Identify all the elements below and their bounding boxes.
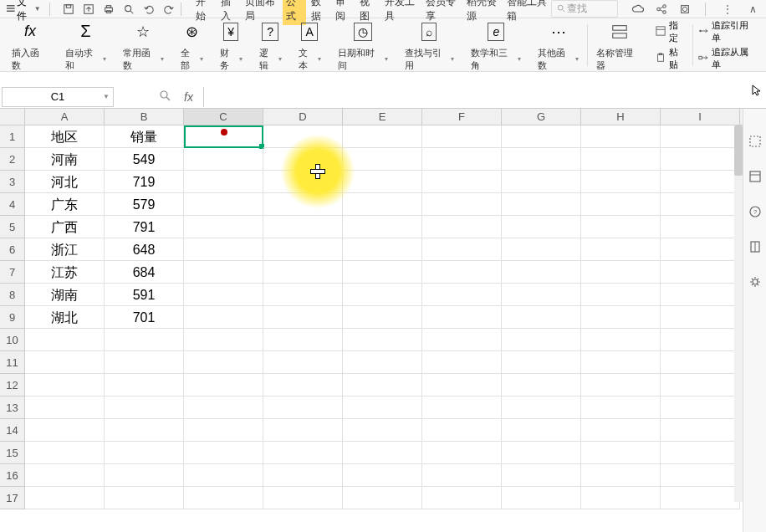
cell[interactable] xyxy=(661,419,740,442)
cell[interactable] xyxy=(422,171,502,193)
cell[interactable] xyxy=(105,396,184,419)
cell[interactable] xyxy=(581,442,661,464)
cell[interactable] xyxy=(422,125,502,148)
paste-button[interactable]: 粘贴 xyxy=(656,46,687,71)
vertical-scrollbar[interactable] xyxy=(734,125,743,502)
common-functions-button[interactable]: ☆ 常用函数▾ xyxy=(115,17,172,74)
cell[interactable] xyxy=(343,171,422,193)
cell[interactable] xyxy=(184,306,263,329)
cell[interactable] xyxy=(184,419,263,442)
cell[interactable] xyxy=(581,148,661,171)
cell[interactable] xyxy=(661,351,740,374)
row-header[interactable]: 15 xyxy=(0,442,25,464)
cell[interactable] xyxy=(661,284,740,306)
cell[interactable] xyxy=(184,464,263,487)
row-header[interactable]: 13 xyxy=(0,396,25,419)
cell[interactable] xyxy=(502,306,581,329)
panel-style-icon[interactable] xyxy=(748,169,763,184)
cell[interactable] xyxy=(661,216,740,238)
cell[interactable] xyxy=(263,238,343,261)
row-header[interactable]: 12 xyxy=(0,374,25,396)
row-header[interactable]: 14 xyxy=(0,419,25,442)
col-header-A[interactable]: A xyxy=(25,109,105,125)
row-header[interactable]: 2 xyxy=(0,148,25,171)
row-header[interactable]: 9 xyxy=(0,306,25,329)
redo-icon[interactable] xyxy=(162,3,176,16)
cell[interactable] xyxy=(184,351,263,374)
cell[interactable] xyxy=(581,487,661,509)
preview-icon[interactable] xyxy=(122,3,135,16)
math-button[interactable]: e 数学和三角▾ xyxy=(462,17,529,74)
cell[interactable]: 河北 xyxy=(25,171,105,193)
cell[interactable] xyxy=(581,329,661,351)
cell[interactable]: 湖北 xyxy=(25,306,105,329)
cell[interactable]: 广西 xyxy=(25,216,105,238)
cell[interactable]: 销量 xyxy=(105,125,184,148)
cell[interactable] xyxy=(422,284,502,306)
insert-function-button[interactable]: fx 插入函数 xyxy=(3,17,57,74)
panel-help-icon[interactable]: ? xyxy=(748,204,763,219)
cell[interactable] xyxy=(105,487,184,509)
cell[interactable]: 719 xyxy=(105,171,184,193)
cell[interactable] xyxy=(661,374,740,396)
row-header[interactable]: 4 xyxy=(0,193,25,216)
cell[interactable] xyxy=(25,442,105,464)
assign-button[interactable]: 指定 xyxy=(656,19,687,44)
row-header[interactable]: 16 xyxy=(0,464,25,487)
cell[interactable] xyxy=(502,351,581,374)
lookup-button[interactable]: ⌕ 查找与引用▾ xyxy=(396,17,463,74)
cell[interactable] xyxy=(502,125,581,148)
cell[interactable] xyxy=(343,193,422,216)
cell[interactable] xyxy=(184,487,263,509)
cell[interactable] xyxy=(263,125,343,148)
name-manager-button[interactable]: 名称管理器 xyxy=(588,17,651,74)
cell[interactable] xyxy=(343,238,422,261)
cell[interactable]: 791 xyxy=(105,216,184,238)
cell[interactable] xyxy=(502,374,581,396)
row-header[interactable]: 3 xyxy=(0,171,25,193)
col-header-F[interactable]: F xyxy=(422,109,502,125)
row-header[interactable]: 6 xyxy=(0,238,25,261)
cell[interactable] xyxy=(343,306,422,329)
cell[interactable] xyxy=(661,125,740,148)
fx-button[interactable]: fx xyxy=(181,90,197,104)
cell[interactable] xyxy=(343,351,422,374)
cell[interactable] xyxy=(263,464,343,487)
share-icon[interactable] xyxy=(655,3,668,16)
cell[interactable] xyxy=(343,374,422,396)
cell[interactable] xyxy=(502,419,581,442)
col-header-I[interactable]: I xyxy=(661,109,740,125)
cell[interactable] xyxy=(502,193,581,216)
cell[interactable] xyxy=(502,284,581,306)
cell[interactable] xyxy=(184,261,263,284)
cell[interactable] xyxy=(422,442,502,464)
cell[interactable]: 地区 xyxy=(25,125,105,148)
cell[interactable] xyxy=(184,374,263,396)
cell[interactable] xyxy=(263,193,343,216)
cell[interactable] xyxy=(343,284,422,306)
col-header-G[interactable]: G xyxy=(502,109,581,125)
row-header[interactable]: 10 xyxy=(0,329,25,351)
panel-property-icon[interactable] xyxy=(748,239,763,254)
cell[interactable] xyxy=(422,148,502,171)
cell[interactable]: 549 xyxy=(105,148,184,171)
col-header-C[interactable]: C xyxy=(184,109,263,125)
cell[interactable] xyxy=(263,396,343,419)
cell[interactable] xyxy=(581,396,661,419)
text-button[interactable]: A 文本▾ xyxy=(290,17,329,74)
cell[interactable] xyxy=(661,171,740,193)
cell[interactable] xyxy=(581,261,661,284)
trace-precedents-button[interactable]: 追踪引用单 xyxy=(698,19,758,44)
cell[interactable] xyxy=(263,306,343,329)
cell[interactable] xyxy=(661,442,740,464)
cell[interactable] xyxy=(661,148,740,171)
cell[interactable] xyxy=(422,419,502,442)
print-icon[interactable] xyxy=(102,3,115,16)
cell[interactable] xyxy=(502,238,581,261)
cell[interactable] xyxy=(25,487,105,509)
cell[interactable] xyxy=(263,284,343,306)
cell[interactable] xyxy=(184,148,263,171)
cell[interactable] xyxy=(25,351,105,374)
cell[interactable] xyxy=(25,464,105,487)
cell[interactable] xyxy=(581,374,661,396)
